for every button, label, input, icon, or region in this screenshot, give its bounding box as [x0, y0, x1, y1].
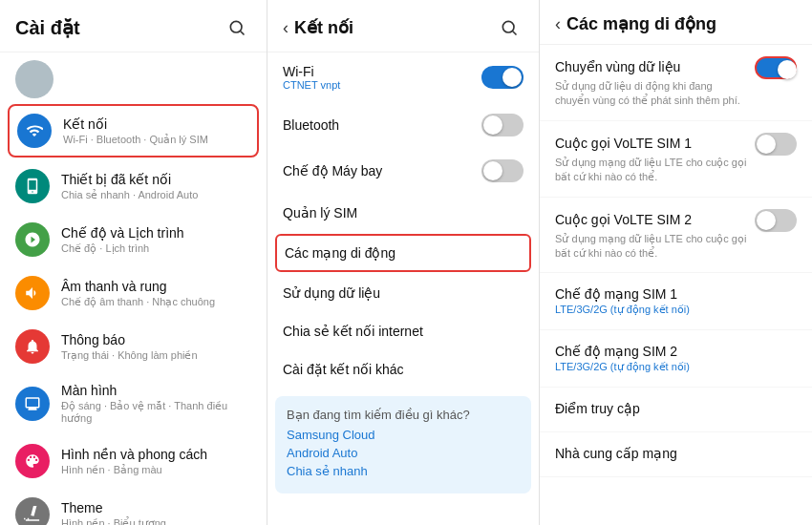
quan-ly-sim-title: Quản lý SIM — [283, 205, 357, 220]
right-item-chuyen-vung[interactable]: Chuyển vùng dữ liệu Sử dụng dữ liệu di đ… — [540, 45, 812, 121]
sidebar-item-man-hinh[interactable]: Màn hình Độ sáng · Bảo vệ mắt · Thanh đi… — [0, 373, 267, 434]
devices-icon — [15, 169, 50, 203]
sidebar-item-hinh-nen[interactable]: Hình nền và phong cách Hình nền · Bảng m… — [0, 434, 267, 488]
chia-se-text: Chia sẻ kết nối internet — [283, 324, 423, 339]
mang-sim2-subtitle: LTE/3G/2G (tự động kết nối) — [555, 361, 797, 373]
theme-subtitle: Hình nền · Biểu tượng — [61, 517, 251, 526]
right-item-mang-sim1[interactable]: Chế độ mạng SIM 1 LTE/3G/2G (tự động kết… — [540, 273, 812, 330]
mid-item-chia-se[interactable]: Chia sẻ kết nối internet — [267, 312, 539, 350]
mid-panel: ‹ Kết nối Wi-Fi CTNET vnpt Bluetooth — [267, 0, 540, 525]
sidebar-item-che-do[interactable]: Chế độ và Lịch trình Chế độ · Lịch trình — [0, 213, 267, 266]
ket-noi-title: Kết nối — [63, 116, 249, 132]
mid-item-su-dung[interactable]: Sử dụng dữ liệu — [267, 274, 539, 312]
mid-item-may-bay[interactable]: Chế độ Máy bay — [267, 148, 539, 194]
mang-sim2-title: Chế độ mạng SIM 2 — [555, 344, 797, 359]
hinh-nen-title: Hình nền và phong cách — [61, 447, 251, 462]
sidebar-item-am-thanh[interactable]: Âm thanh và rung Chế độ âm thanh · Nhạc … — [0, 266, 267, 320]
mid-menu-list: Wi-Fi CTNET vnpt Bluetooth Chế độ Máy ba… — [267, 52, 539, 525]
right-panel-nav: ‹ Các mạng di động — [555, 13, 716, 34]
chuyen-vung-title: Chuyển vùng dữ liệu — [555, 59, 680, 74]
mid-item-wifi[interactable]: Wi-Fi CTNET vnpt — [267, 52, 539, 102]
mid-search-button[interactable] — [495, 13, 524, 42]
volte-sim2-toggle[interactable] — [755, 209, 797, 232]
chuyen-vung-subtitle: Sử dụng dữ liệu di động khi đang chuyển … — [555, 79, 797, 109]
wifi-toggle[interactable] — [481, 66, 524, 89]
may-bay-toggle[interactable] — [481, 159, 524, 182]
volte-sim2-subtitle: Sử dụng mạng dữ liệu LTE cho cuộc gọi bấ… — [555, 232, 797, 262]
volte-sim1-toggle-knob — [757, 135, 776, 154]
am-thanh-subtitle: Chế độ âm thanh · Nhạc chuông — [61, 296, 251, 308]
right-item-volte-sim1[interactable]: Cuộc gọi VoLTE SIM 1 Sử dụng mạng dữ liệ… — [540, 121, 812, 198]
svg-line-3 — [513, 32, 517, 35]
man-hinh-title: Màn hình — [61, 383, 251, 398]
wifi-icon — [17, 114, 52, 148]
cac-mang-text: Các mạng di động — [285, 245, 395, 261]
wifi-toggle-knob — [502, 68, 522, 87]
palette-icon — [15, 444, 50, 478]
svg-point-2 — [502, 21, 514, 32]
cai-dat-title: Cài đặt kết nối khác — [283, 362, 404, 377]
sidebar-item-ket-noi[interactable]: Kết nối Wi-Fi · Bluetooth · Quản lý SIM — [8, 104, 259, 158]
hinh-nen-subtitle: Hình nền · Bảng màu — [61, 464, 251, 476]
volte-sim1-subtitle: Sử dụng mạng dữ liệu LTE cho cuộc gọi bấ… — [555, 156, 797, 185]
su-dung-title: Sử dụng dữ liệu — [283, 285, 380, 301]
theme-title: Theme — [61, 500, 251, 515]
sidebar-item-theme[interactable]: Theme Hình nền · Biểu tượng — [0, 488, 267, 525]
mid-item-cai-dat[interactable]: Cài đặt kết nối khác — [267, 350, 539, 388]
thong-bao-title: Thông báo — [61, 332, 251, 347]
ket-noi-text: Kết nối Wi-Fi · Bluetooth · Quản lý SIM — [63, 116, 249, 146]
thiet-bi-title: Thiết bị đã kết nối — [61, 172, 251, 187]
volte-sim2-title: Cuộc gọi VoLTE SIM 2 — [555, 212, 692, 227]
mid-item-quan-ly-sim[interactable]: Quản lý SIM — [267, 194, 539, 232]
left-panel-header: Cài đặt — [0, 0, 267, 52]
bluetooth-toggle[interactable] — [481, 114, 524, 136]
mid-panel-nav: ‹ Kết nối — [283, 17, 353, 38]
quan-ly-sim-text: Quản lý SIM — [283, 205, 357, 220]
search-link-samsung-cloud[interactable]: Samsung Cloud — [287, 428, 520, 442]
left-panel: Cài đặt Kết nối Wi-Fi · Bluetooth · Quản… — [0, 0, 267, 525]
screen-icon — [15, 387, 50, 421]
chuyen-vung-toggle[interactable] — [755, 56, 797, 79]
search-box-title: Bạn đang tìm kiếm điều gì khác? — [287, 408, 520, 422]
cai-dat-text: Cài đặt kết nối khác — [283, 362, 404, 377]
bluetooth-item-text: Bluetooth — [283, 117, 339, 133]
sidebar-item-thong-bao[interactable]: Thông báo Trạng thái · Không làm phiền — [0, 320, 267, 373]
hinh-nen-text: Hình nền và phong cách Hình nền · Bảng m… — [61, 447, 251, 476]
svg-line-1 — [241, 32, 245, 35]
right-item-diem-truy-cap[interactable]: Điểm truy cập — [540, 388, 812, 432]
right-panel-header: ‹ Các mạng di động — [540, 0, 812, 45]
mid-item-bluetooth[interactable]: Bluetooth — [267, 102, 539, 148]
right-item-nha-cung-cap[interactable]: Nhà cung cấp mạng — [540, 432, 812, 477]
may-bay-item-text: Chế độ Máy bay — [283, 163, 382, 178]
che-do-title: Chế độ và Lịch trình — [61, 225, 251, 241]
volte-sim1-toggle[interactable] — [755, 133, 797, 156]
che-do-text: Chế độ và Lịch trình Chế độ · Lịch trình — [61, 225, 251, 255]
left-search-button[interactable] — [223, 13, 251, 42]
su-dung-text: Sử dụng dữ liệu — [283, 285, 380, 301]
ket-noi-subtitle: Wi-Fi · Bluetooth · Quản lý SIM — [63, 134, 249, 146]
thiet-bi-subtitle: Chia sẻ nhanh · Android Auto — [61, 189, 251, 201]
right-panel: ‹ Các mạng di động Chuyển vùng dữ liệu S… — [540, 0, 812, 525]
search-link-android-auto[interactable]: Android Auto — [287, 446, 520, 460]
avatar-area — [0, 52, 267, 102]
right-menu-list: Chuyển vùng dữ liệu Sử dụng dữ liệu di đ… — [540, 45, 812, 525]
volume-icon — [15, 276, 50, 310]
theme-text: Theme Hình nền · Biểu tượng — [61, 500, 251, 526]
right-item-volte-sim2[interactable]: Cuộc gọi VoLTE SIM 2 Sử dụng mạng dữ liệ… — [540, 198, 812, 274]
may-bay-toggle-knob — [483, 161, 502, 180]
chuyen-vung-toggle-knob — [778, 60, 797, 79]
am-thanh-title: Âm thanh và rung — [61, 279, 251, 294]
search-suggestions-box: Bạn đang tìm kiếm điều gì khác? Samsung … — [275, 396, 531, 494]
man-hinh-text: Màn hình Độ sáng · Bảo vệ mắt · Thanh đi… — [61, 383, 251, 425]
left-menu-list: Kết nối Wi-Fi · Bluetooth · Quản lý SIM … — [0, 102, 267, 525]
mang-sim1-subtitle: LTE/3G/2G (tự động kết nối) — [555, 304, 797, 316]
sidebar-item-thiet-bi[interactable]: Thiết bị đã kết nối Chia sẻ nhanh · Andr… — [0, 159, 267, 213]
mid-back-arrow[interactable]: ‹ — [283, 18, 288, 38]
search-link-chia-se-nhanh[interactable]: Chia sẻ nhanh — [287, 464, 520, 478]
right-back-arrow[interactable]: ‹ — [555, 14, 561, 34]
che-do-subtitle: Chế độ · Lịch trình — [61, 242, 251, 255]
bell-icon — [15, 329, 50, 364]
volte-sim1-header: Cuộc gọi VoLTE SIM 1 — [555, 133, 797, 156]
right-item-mang-sim2[interactable]: Chế độ mạng SIM 2 LTE/3G/2G (tự động kết… — [540, 330, 812, 388]
mid-item-cac-mang[interactable]: Các mạng di động — [275, 234, 531, 272]
